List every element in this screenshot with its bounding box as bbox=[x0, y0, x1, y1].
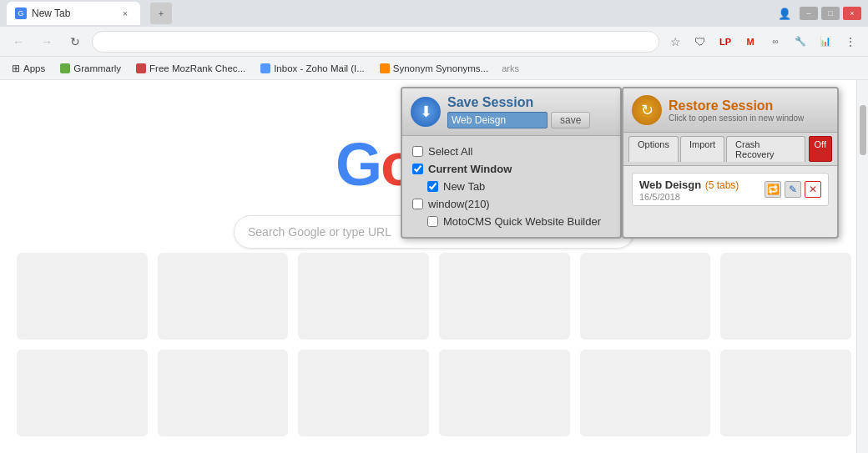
thumbnail-7[interactable] bbox=[17, 350, 148, 436]
tab-close-button[interactable]: × bbox=[119, 7, 132, 20]
current-window-label: Current Window bbox=[428, 163, 512, 175]
thumbnail-3[interactable] bbox=[298, 253, 429, 340]
new-tab-icon[interactable]: + bbox=[150, 3, 172, 24]
bookmark-grammarly[interactable]: Grammarly bbox=[55, 62, 126, 75]
minimize-button[interactable]: – bbox=[800, 7, 818, 20]
restore-header-content: Restore Session Click to open session in… bbox=[669, 98, 804, 123]
shield-icon[interactable]: 🛡 bbox=[689, 31, 711, 53]
session-edit-btn[interactable]: ✎ bbox=[785, 181, 801, 198]
select-all-checkbox[interactable] bbox=[412, 146, 423, 157]
save-session-title: Save Session bbox=[447, 95, 590, 110]
bookmarks-more: arks bbox=[502, 63, 519, 73]
save-input-row: save bbox=[447, 112, 590, 128]
restore-session-title: Restore Session bbox=[669, 98, 804, 113]
browser-frame: G New Tab × + 👤 – □ × ← → ↻ ☆ 🛡 LP M ∞ 🔧… bbox=[0, 0, 868, 453]
tab-crash-recovery[interactable]: Crash Recovery bbox=[726, 136, 805, 162]
menu-icon[interactable]: ⋮ bbox=[840, 31, 861, 53]
title-bar: G New Tab × + 👤 – □ × bbox=[0, 0, 868, 27]
thumbnail-grid bbox=[0, 236, 868, 453]
tab-options[interactable]: Options bbox=[628, 136, 679, 162]
thumbnail-8[interactable] bbox=[158, 350, 289, 436]
select-all-label: Select All bbox=[428, 145, 472, 158]
window-210-checkbox[interactable] bbox=[412, 199, 423, 209]
session-name-input[interactable] bbox=[447, 112, 548, 128]
restore-session-subtitle: Click to open session in new window bbox=[669, 113, 804, 123]
thumbnail-4[interactable] bbox=[439, 253, 570, 340]
checkbox-current-window: Current Window bbox=[411, 160, 612, 178]
gmail-icon[interactable]: M bbox=[739, 31, 761, 53]
browser-tab[interactable]: G New Tab × bbox=[7, 2, 140, 25]
ext2-icon[interactable]: 🔧 bbox=[790, 31, 811, 53]
session-entry-name-row: Web Deisgn (5 tabs) bbox=[639, 177, 739, 192]
save-session-icon: ⬇ bbox=[411, 97, 441, 127]
thumbnail-6[interactable] bbox=[720, 253, 851, 340]
tab-import[interactable]: Import bbox=[680, 136, 724, 162]
toggle-off-button[interactable]: Off bbox=[809, 136, 832, 162]
thumbnail-2[interactable] bbox=[158, 253, 289, 340]
window-210-label: window(210) bbox=[428, 198, 490, 210]
session-date: 16/5/2018 bbox=[639, 192, 739, 202]
session-name: Web Deisgn bbox=[639, 179, 701, 191]
save-session-header-content: Save Session save bbox=[447, 95, 590, 128]
current-window-checkbox[interactable] bbox=[412, 164, 423, 174]
restore-session-icon: ↻ bbox=[632, 95, 662, 125]
checkbox-motocms: MotoCMS Quick Website Builder bbox=[411, 213, 612, 230]
checkbox-window-210: window(210) bbox=[411, 195, 612, 213]
reload-button[interactable]: ↻ bbox=[63, 30, 87, 53]
close-button[interactable]: × bbox=[843, 7, 861, 20]
logo-G: G bbox=[336, 131, 381, 198]
scrollbar[interactable] bbox=[856, 80, 868, 453]
maximize-button[interactable]: □ bbox=[821, 7, 840, 20]
save-panel-header: ⬇ Save Session save bbox=[402, 88, 620, 136]
checkbox-select-all: Select All bbox=[411, 143, 612, 160]
lastpass-icon[interactable]: LP bbox=[714, 31, 736, 53]
tab-title: New Tab bbox=[32, 8, 70, 19]
content-area: Google Search Google or type URL bbox=[0, 80, 868, 453]
thumbnail-11[interactable] bbox=[580, 350, 711, 436]
forward-button[interactable]: → bbox=[35, 30, 58, 53]
bookmark-grammarly-label: Grammarly bbox=[73, 63, 121, 73]
session-entry-info: Web Deisgn (5 tabs) 16/5/2018 bbox=[639, 177, 739, 202]
thumbnail-10[interactable] bbox=[439, 350, 570, 436]
scrollbar-thumb[interactable] bbox=[860, 105, 866, 155]
bookmark-zoho[interactable]: Inbox - Zoho Mail (I... bbox=[255, 62, 370, 75]
profile-icon[interactable]: 👤 bbox=[773, 2, 796, 25]
window-controls: 👤 – □ × bbox=[773, 2, 861, 25]
omnibar-icons: ☆ 🛡 LP M ∞ 🔧 📊 ⋮ bbox=[664, 31, 861, 53]
synonym-favicon bbox=[380, 63, 390, 73]
bookmark-apps[interactable]: ⊞ Apps bbox=[7, 61, 50, 76]
tab-favicon: G bbox=[15, 8, 27, 19]
checkbox-new-tab: New Tab bbox=[411, 178, 612, 195]
bookmark-zoho-label: Inbox - Zoho Mail (I... bbox=[274, 63, 365, 73]
zoho-favicon bbox=[260, 63, 270, 73]
thumbnail-12[interactable] bbox=[720, 350, 851, 436]
extension-popup: ⬇ Save Session save Select All bbox=[401, 87, 839, 239]
apps-icon: ⊞ bbox=[12, 63, 20, 74]
thumbnail-5[interactable] bbox=[580, 253, 711, 340]
restore-panel-body: Web Deisgn (5 tabs) 16/5/2018 🔁 ✎ ✕ bbox=[623, 166, 837, 213]
session-entry-actions: 🔁 ✎ ✕ bbox=[765, 181, 821, 198]
ext1-icon[interactable]: ∞ bbox=[765, 31, 786, 53]
restore-session-panel: ↻ Restore Session Click to open session … bbox=[622, 87, 839, 239]
bookmark-mozrank[interactable]: Free MozRank Chec... bbox=[131, 62, 250, 75]
save-session-panel: ⬇ Save Session save Select All bbox=[401, 87, 622, 239]
new-tab-checkbox[interactable] bbox=[427, 181, 438, 192]
new-tab-label: New Tab bbox=[443, 180, 485, 193]
motocms-checkbox[interactable] bbox=[427, 216, 438, 227]
bookmark-synonym[interactable]: Synonym Synonyms... bbox=[375, 62, 493, 75]
save-button[interactable]: save bbox=[551, 112, 590, 128]
session-delete-btn[interactable]: ✕ bbox=[805, 181, 821, 198]
session-tabs-count: (5 tabs) bbox=[705, 179, 739, 191]
session-restore-btn[interactable]: 🔁 bbox=[765, 181, 781, 198]
thumbnail-1[interactable] bbox=[17, 253, 148, 340]
address-bar[interactable] bbox=[92, 31, 659, 53]
motocms-label: MotoCMS Quick Website Builder bbox=[443, 215, 601, 228]
session-entry[interactable]: Web Deisgn (5 tabs) 16/5/2018 🔁 ✎ ✕ bbox=[632, 173, 829, 206]
thumbnail-9[interactable] bbox=[298, 350, 429, 436]
mozrank-favicon bbox=[136, 63, 146, 73]
restore-panel-header: ↻ Restore Session Click to open session … bbox=[623, 88, 837, 133]
bookmark-star-icon[interactable]: ☆ bbox=[664, 31, 686, 53]
ext3-icon[interactable]: 📊 bbox=[815, 31, 836, 53]
bookmark-apps-label: Apps bbox=[23, 63, 45, 73]
back-button[interactable]: ← bbox=[7, 30, 30, 53]
